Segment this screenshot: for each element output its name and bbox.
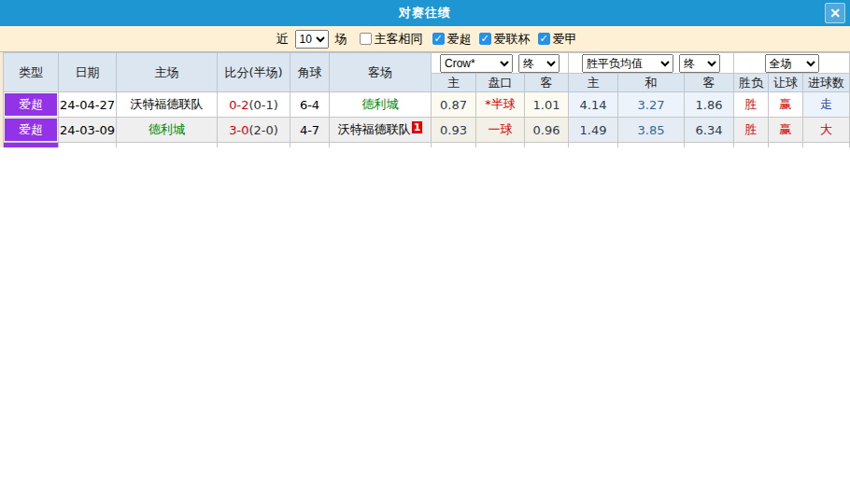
col-header-type: 类型	[4, 53, 59, 92]
head-to-head-dialog: 对赛往绩 ✕ 近 10 场 主客相同 爱超 爱联杯 爱甲	[0, 0, 850, 147]
euro-draw-odds: 3.27	[618, 92, 685, 118]
table-row: 爱超 24-04-27 沃特福德联队 0-2(0-1) 6-4 德利城 0.87…	[4, 92, 850, 118]
home-team: 沃特福德联队	[117, 92, 218, 118]
close-icon: ✕	[829, 6, 841, 21]
asian-home-odds: 0.87	[432, 92, 476, 118]
away-team-name: 沃特福德联队	[338, 122, 411, 136]
score-cell: 3-0(2-0)	[218, 118, 290, 143]
full-score: 3-0	[229, 123, 248, 137]
subcol-euro-draw: 和	[618, 74, 685, 92]
handicap-cell: *半球	[476, 92, 525, 118]
recent-label: 近	[276, 31, 289, 48]
corners-cell: 4-7	[290, 118, 330, 143]
close-button[interactable]: ✕	[825, 3, 845, 23]
subcol-asian-home: 主	[432, 74, 476, 92]
dialog-titlebar: 对赛往绩 ✕	[0, 0, 850, 26]
recent-count-select[interactable]: 10	[295, 30, 329, 49]
handicap-result-cell: 赢	[769, 92, 803, 118]
home-team: 德利城	[117, 118, 218, 143]
euro-away-odds: 1.86	[685, 92, 734, 118]
league-badge: 爱超	[5, 119, 57, 141]
euro-home-odds: 4.14	[569, 92, 618, 118]
half-score: (0-1)	[248, 98, 277, 112]
half-score: (2-0)	[248, 123, 277, 137]
result-cell: 胜	[734, 92, 769, 118]
result-cell: 胜	[734, 118, 769, 143]
league-checkbox-ailianbei[interactable]	[479, 33, 491, 45]
header-row-top: 类型 日期 主场 比分(半场) 角球 客场 Crow* 终	[4, 53, 850, 74]
europe-odds-selector-cell: 胜平负均值 终	[569, 53, 734, 74]
table-row: 爱超 24-03-09 德利城 3-0(2-0) 4-7 沃特福德联队1 0.9…	[4, 118, 850, 143]
score-cell: 0-2(0-1)	[218, 92, 290, 118]
europe-time-select[interactable]: 终	[679, 54, 720, 73]
corners-cell: 6-4	[290, 92, 330, 118]
away-team: 沃特福德联队1	[330, 118, 432, 143]
europe-odds-select[interactable]: 胜平负均值	[582, 54, 673, 73]
subcol-asian-away: 客	[525, 74, 569, 92]
euro-draw-odds: 3.85	[618, 118, 685, 143]
league-badge: 爱超	[5, 93, 57, 116]
bookmaker-select[interactable]: Crow*	[440, 54, 513, 73]
league-checkbox-aichao[interactable]	[432, 33, 445, 45]
subcol-handicap: 盘口	[476, 74, 525, 92]
asian-away-odds: 1.01	[525, 92, 569, 118]
league-label-ailianbei: 爱联杯	[494, 31, 531, 48]
same-venue-checkbox[interactable]	[360, 33, 372, 45]
subcol-euro-home: 主	[569, 74, 618, 92]
filter-bar: 近 10 场 主客相同 爱超 爱联杯 爱甲	[0, 26, 850, 52]
subcol-handicap-result: 让球	[769, 74, 803, 92]
h2h-table: 类型 日期 主场 比分(半场) 角球 客场 Crow* 终	[3, 52, 850, 147]
subcol-goal-result: 进球数	[803, 74, 850, 92]
table-wrap: 类型 日期 主场 比分(半场) 角球 客场 Crow* 终	[0, 52, 846, 147]
same-venue-label: 主客相同	[375, 31, 423, 48]
asian-home-odds: 0.93	[432, 118, 476, 143]
full-score: 0-2	[229, 98, 248, 112]
subcol-euro-away: 客	[685, 74, 734, 92]
league-cell: 爱超	[4, 92, 59, 118]
scope-selector-cell: 全场	[734, 53, 850, 74]
col-header-home: 主场	[117, 53, 218, 92]
handicap-result-cell: 赢	[769, 118, 803, 143]
col-header-corner: 角球	[290, 53, 330, 92]
col-header-away: 客场	[330, 53, 432, 92]
league-label-aijia: 爱甲	[553, 31, 577, 48]
rank-badge: 1	[412, 121, 423, 133]
asian-odds-selector-cell: Crow* 终	[432, 53, 569, 74]
date-cell: 24-04-27	[59, 92, 117, 118]
col-header-score: 比分(半场)	[218, 53, 290, 92]
bookmaker-time-select[interactable]: 终	[518, 54, 560, 73]
unit-label: 场	[335, 31, 347, 48]
league-label-aichao: 爱超	[447, 31, 472, 48]
date-cell: 24-03-09	[59, 118, 117, 143]
goal-result-cell: 走	[803, 92, 850, 118]
scope-select[interactable]: 全场	[765, 54, 819, 73]
away-team: 德利城	[330, 92, 432, 118]
league-cell: 爱超	[4, 118, 59, 143]
league-checkbox-aijia[interactable]	[538, 33, 550, 45]
clipped-row	[4, 143, 850, 147]
goal-result-cell: 大	[803, 118, 850, 143]
handicap-cell: 一球	[476, 118, 525, 143]
euro-home-odds: 1.49	[569, 118, 618, 143]
asian-away-odds: 0.96	[525, 118, 569, 143]
col-header-date: 日期	[59, 53, 117, 92]
euro-away-odds: 6.34	[685, 118, 734, 143]
dialog-title: 对赛往绩	[399, 5, 451, 21]
subcol-result: 胜负	[734, 74, 769, 92]
